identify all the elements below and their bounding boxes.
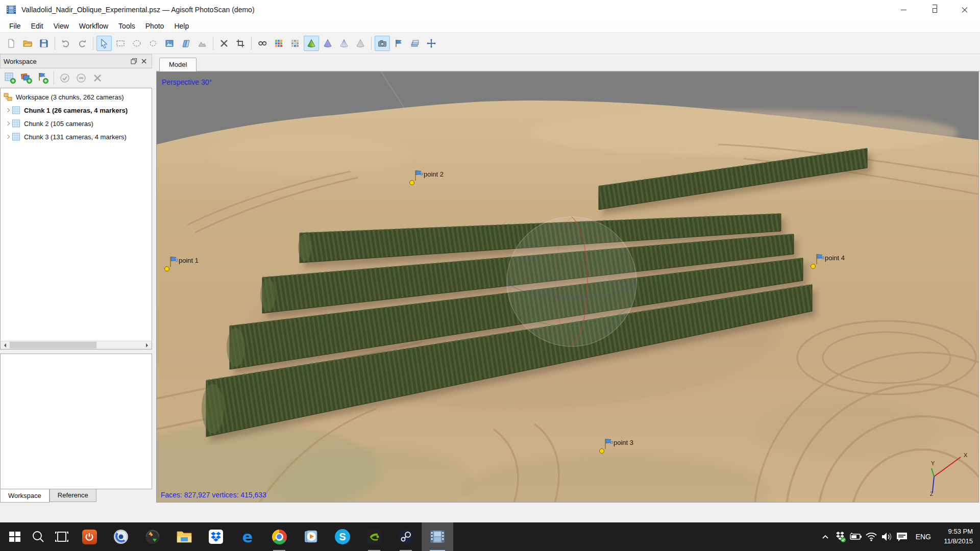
add-marker-icon[interactable] — [36, 71, 50, 85]
tray-chevron-up-icon[interactable] — [818, 522, 833, 551]
workspace-pane-title: Workspace — [4, 58, 128, 65]
model-textured-icon[interactable] — [304, 36, 319, 51]
float-pane-icon[interactable] — [129, 57, 138, 66]
marker-flag-icon — [169, 256, 179, 268]
new-project-icon[interactable] — [4, 36, 19, 51]
restore-button[interactable] — [919, 0, 949, 19]
menu-edit[interactable]: Edit — [26, 20, 48, 32]
model-solid-icon[interactable] — [353, 36, 368, 51]
menu-file[interactable]: File — [4, 20, 26, 32]
open-project-icon[interactable] — [20, 36, 35, 51]
workspace-tree: Workspace (3 chunks, 262 cameras) Chunk … — [0, 88, 152, 341]
tray-date: 11/8/2015 — [937, 537, 973, 546]
crop-selection-icon[interactable] — [233, 36, 248, 51]
navigation-move-icon[interactable] — [424, 36, 439, 51]
taskbar-app-nvidia[interactable] — [358, 522, 390, 551]
masks-brush-icon[interactable] — [178, 36, 193, 51]
taskbar-app-sync-globe[interactable] — [137, 522, 168, 551]
menu-photo[interactable]: Photo — [140, 20, 169, 32]
tree-item-chunk2[interactable]: Chunk 2 (105 cameras) — [1, 117, 152, 130]
menu-tools[interactable]: Tools — [113, 20, 140, 32]
pane-splitter[interactable] — [152, 54, 156, 522]
photoscan-app-icon — [6, 5, 16, 15]
axis-gizmo: X Y Z — [920, 447, 976, 498]
close-pane-icon[interactable] — [139, 57, 149, 66]
search-icon[interactable] — [27, 522, 50, 551]
tree-item-label: Chunk 2 (105 cameras) — [24, 120, 93, 128]
taskbar-app-power-utility[interactable] — [74, 522, 105, 551]
tray-wifi-icon[interactable] — [864, 522, 879, 551]
tree-item-chunk3[interactable]: Chunk 3 (131 cameras, 4 markers) — [1, 130, 152, 143]
tray-language-indicator[interactable]: ENG — [910, 533, 937, 541]
tab-model[interactable]: Model — [159, 58, 197, 71]
redo-icon[interactable] — [75, 36, 90, 51]
marker-flag-icon — [815, 253, 825, 265]
tray-dropbox-icon[interactable] — [833, 522, 848, 551]
circle-selection-icon[interactable] — [129, 36, 144, 51]
rectangle-selection-icon[interactable] — [113, 36, 128, 51]
expand-chevron-icon[interactable] — [4, 109, 12, 112]
tray-action-center-icon[interactable] — [894, 522, 910, 551]
taskbar-app-skype[interactable] — [327, 522, 358, 551]
tab-reference[interactable]: Reference — [50, 489, 96, 502]
chunks-hierarchy-icon — [4, 93, 13, 101]
tray-volume-icon[interactable] — [879, 522, 894, 551]
freeform-selection-icon[interactable] — [145, 36, 161, 51]
taskbar-app-photoscan[interactable] — [422, 522, 453, 551]
taskbar-app-file-explorer[interactable] — [168, 522, 200, 551]
start-button[interactable] — [3, 522, 27, 551]
scroll-left-icon[interactable] — [1, 341, 9, 349]
tree-item-chunk1[interactable]: Chunk 1 (26 cameras, 4 markers) — [1, 104, 152, 117]
remove-item-icon[interactable] — [90, 71, 105, 85]
navigation-cursor-icon[interactable] — [96, 36, 112, 51]
marker-flag-icon — [414, 169, 424, 182]
title-bar: Valladolid_Nadir_Oblique_Experimental.ps… — [0, 0, 980, 19]
model-shaded-icon[interactable] — [320, 36, 335, 51]
scrollbar-thumb[interactable] — [10, 342, 96, 348]
tray-clock[interactable]: 9:53 PM 11/8/2015 — [937, 527, 980, 546]
tree-item-workspace-root[interactable]: Workspace (3 chunks, 262 cameras) — [1, 90, 152, 104]
tree-horizontal-scrollbar[interactable] — [0, 341, 152, 349]
save-project-icon[interactable] — [36, 36, 52, 51]
scroll-right-icon[interactable] — [143, 341, 152, 349]
taskbar-app-edge[interactable] — [232, 522, 263, 551]
marker-label: point 2 — [424, 170, 444, 178]
taskbar-app-chrome[interactable] — [263, 522, 295, 551]
tray-battery-icon[interactable] — [848, 522, 864, 551]
model-wireframe-icon[interactable] — [336, 36, 352, 51]
close-button[interactable] — [949, 0, 980, 19]
expand-chevron-icon[interactable] — [4, 122, 12, 125]
dense-cloud-classes-icon[interactable] — [287, 36, 303, 51]
windows-taskbar: ENG 9:53 PM 11/8/2015 — [0, 522, 980, 551]
show-point-cloud-icon[interactable] — [255, 36, 270, 51]
taskbar-app-dropbox[interactable] — [200, 522, 232, 551]
show-region-layers-icon[interactable] — [407, 36, 423, 51]
region-mountains-icon[interactable] — [194, 36, 210, 51]
add-chunk-icon[interactable] — [3, 71, 17, 85]
expand-chevron-icon[interactable] — [4, 135, 12, 138]
undo-icon[interactable] — [58, 36, 74, 51]
taskbar-app-steam[interactable] — [390, 522, 422, 551]
delete-selection-icon[interactable] — [216, 36, 232, 51]
show-markers-icon[interactable] — [391, 36, 406, 51]
marker-label: point 4 — [825, 254, 845, 262]
dense-cloud-icon[interactable] — [271, 36, 286, 51]
minimize-button[interactable] — [888, 0, 919, 19]
enable-item-icon[interactable] — [58, 71, 72, 85]
show-cameras-icon[interactable] — [375, 36, 390, 51]
model-3d-viewport[interactable]: Perspective 30° Faces: 827,927 vertices:… — [156, 71, 979, 503]
taskbar-app-utorrent[interactable] — [105, 522, 137, 551]
marker-label: point 1 — [179, 257, 199, 264]
menu-workflow[interactable]: Workflow — [74, 20, 113, 32]
add-photos-icon[interactable] — [19, 71, 34, 85]
menu-view[interactable]: View — [48, 20, 74, 32]
menu-help[interactable]: Help — [169, 20, 194, 32]
gradual-selection-icon[interactable] — [162, 36, 177, 51]
tray-time: 9:53 PM — [937, 527, 973, 537]
tab-workspace[interactable]: Workspace — [0, 489, 50, 503]
disable-item-icon[interactable] — [74, 71, 88, 85]
menu-bar: File Edit View Workflow Tools Photo Help — [0, 19, 980, 33]
taskbar-app-media-player[interactable] — [295, 522, 327, 551]
tree-item-label: Chunk 1 (26 cameras, 4 markers) — [24, 107, 128, 114]
task-view-icon[interactable] — [50, 522, 74, 551]
